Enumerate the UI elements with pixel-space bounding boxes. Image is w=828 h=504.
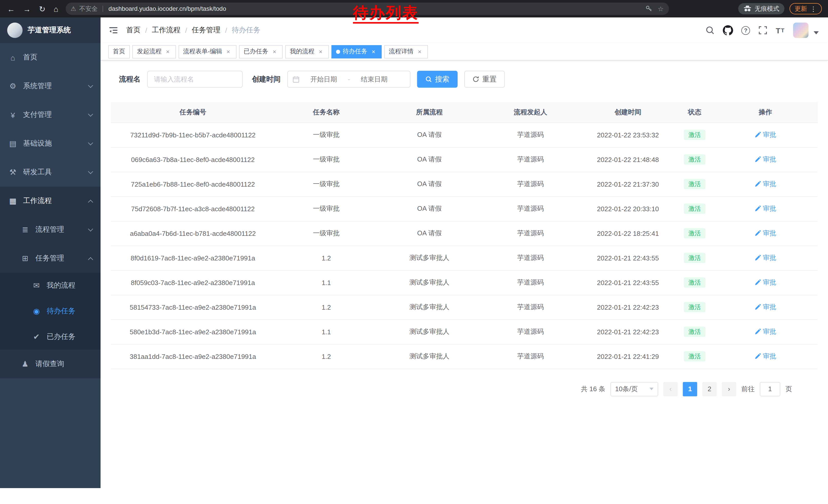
- tab-home[interactable]: 首页: [108, 45, 130, 58]
- sidebar-item-done-tasks[interactable]: ✔ 已办任务: [0, 324, 100, 350]
- page-button-2[interactable]: 2: [702, 382, 717, 396]
- avatar[interactable]: [793, 22, 809, 38]
- tab-my-process[interactable]: 我的流程 ×: [285, 45, 329, 58]
- cell-status: 激活: [676, 172, 713, 196]
- tab-done-tasks[interactable]: 已办任务 ×: [239, 45, 283, 58]
- reset-button[interactable]: 重置: [464, 71, 505, 88]
- breadcrumb-home[interactable]: 首页: [126, 26, 140, 35]
- home-icon[interactable]: ⌂: [54, 5, 58, 12]
- forward-icon[interactable]: →: [23, 5, 31, 12]
- edit-icon: [755, 132, 761, 138]
- not-secure-warning-icon: ⚠: [71, 5, 76, 12]
- cell-process: OA 请假: [378, 196, 481, 221]
- sidebar-item-workflow[interactable]: ▦ 工作流程: [0, 187, 100, 215]
- page-button-1[interactable]: 1: [683, 382, 697, 396]
- page-size-select[interactable]: 10条/页: [611, 382, 658, 396]
- cell-starter: 芋道源码: [481, 147, 580, 172]
- col-created: 创建时间: [580, 102, 676, 123]
- help-icon[interactable]: ?: [741, 26, 750, 35]
- breadcrumb-workflow[interactable]: 工作流程: [152, 26, 180, 35]
- col-action: 操作: [713, 102, 818, 123]
- start-date-input[interactable]: [302, 75, 346, 83]
- tab-close-icon[interactable]: ×: [370, 48, 377, 55]
- fullscreen-icon[interactable]: [758, 26, 768, 35]
- tab-close-icon[interactable]: ×: [317, 48, 324, 55]
- goto-page-input[interactable]: [760, 382, 780, 396]
- cell-action: 审批: [713, 270, 818, 295]
- cell-starter: 芋道源码: [481, 245, 580, 270]
- approve-link[interactable]: 审批: [755, 352, 776, 361]
- github-icon[interactable]: [723, 25, 733, 35]
- tab-form-edit[interactable]: 流程表单-编辑 ×: [178, 45, 237, 58]
- date-range-picker[interactable]: -: [287, 71, 410, 88]
- sidebar-item-infra[interactable]: ▤ 基础设施: [0, 129, 100, 158]
- approve-link[interactable]: 审批: [755, 303, 776, 312]
- bookmark-star-icon[interactable]: ☆: [658, 5, 664, 12]
- sidebar-item-leave-query[interactable]: ♟ 请假查询: [0, 350, 100, 378]
- tab-start-process[interactable]: 发起流程 ×: [132, 45, 176, 58]
- end-date-input[interactable]: [352, 75, 396, 83]
- cell-process: OA 请假: [378, 123, 481, 147]
- sidebar-item-label: 流程管理: [35, 225, 64, 234]
- tab-process-detail[interactable]: 流程详情 ×: [384, 45, 428, 58]
- tab-close-icon[interactable]: ×: [164, 48, 171, 55]
- approve-link[interactable]: 审批: [755, 179, 776, 189]
- sidebar-item-process-mgmt[interactable]: ≣ 流程管理: [0, 215, 100, 244]
- table-row: 8f0d1619-7ac8-11ec-a9e2-a2380e71991a 1.2…: [111, 245, 818, 270]
- sidebar-item-task-mgmt[interactable]: ⊞ 任务管理: [0, 244, 100, 273]
- approve-link[interactable]: 审批: [755, 130, 776, 139]
- breadcrumb-current: 待办任务: [232, 26, 260, 35]
- chevron-down-icon: [88, 83, 93, 88]
- page-size-value: 10条/页: [615, 384, 638, 394]
- breadcrumb-task-mgmt[interactable]: 任务管理: [192, 26, 220, 35]
- tab-close-icon[interactable]: ×: [416, 48, 423, 55]
- next-page-button[interactable]: ›: [722, 382, 736, 396]
- edit-icon: [755, 230, 761, 236]
- process-name-input[interactable]: [148, 75, 242, 83]
- approve-label: 审批: [763, 303, 776, 312]
- approve-link[interactable]: 审批: [755, 278, 776, 287]
- approve-link[interactable]: 审批: [755, 229, 776, 238]
- navbar: 首页 / 工作流程 / 任务管理 / 待办任务 ? TT: [100, 17, 828, 43]
- back-icon[interactable]: ←: [7, 5, 15, 12]
- cell-task-name: 1.2: [275, 344, 378, 369]
- sidebar-item-home[interactable]: ⌂ 首页: [0, 43, 100, 72]
- tab-close-icon[interactable]: ×: [225, 48, 232, 55]
- search-icon[interactable]: [705, 26, 715, 35]
- approve-link[interactable]: 审批: [755, 253, 776, 263]
- sidebar-collapse-icon[interactable]: [100, 25, 126, 35]
- sidebar-item-payment[interactable]: ¥ 支付管理: [0, 100, 100, 129]
- sidebar-item-my-process[interactable]: ✉ 我的流程: [0, 273, 100, 299]
- logo-avatar: [7, 22, 23, 38]
- key-icon[interactable]: [646, 5, 653, 12]
- sidebar-item-label: 工作流程: [23, 196, 52, 205]
- approve-link[interactable]: 审批: [755, 327, 776, 336]
- prev-page-button[interactable]: ‹: [663, 382, 678, 396]
- sidebar-item-devtools[interactable]: ⚒ 研发工具: [0, 158, 100, 187]
- cell-created: 2022-01-22 21:37:30: [580, 172, 676, 196]
- cell-created: 2022-01-21 22:41:29: [580, 344, 676, 369]
- approve-label: 审批: [763, 327, 776, 336]
- approve-link[interactable]: 审批: [755, 155, 776, 164]
- tab-close-icon[interactable]: ×: [271, 48, 278, 55]
- search-button[interactable]: 搜索: [417, 71, 458, 88]
- cell-action: 审批: [713, 172, 818, 196]
- approve-label: 审批: [763, 204, 776, 213]
- cell-starter: 芋道源码: [481, 344, 580, 369]
- cell-task-name: 一级审批: [275, 172, 378, 196]
- app-logo[interactable]: 芋道管理系统: [0, 17, 100, 43]
- col-starter: 流程发起人: [481, 102, 580, 123]
- table-row: 069c6a63-7b8a-11ec-8ef0-acde48001122 一级审…: [111, 147, 818, 172]
- sidebar-item-system[interactable]: ⚙ 系统管理: [0, 72, 100, 100]
- approve-link[interactable]: 审批: [755, 204, 776, 213]
- cell-starter: 芋道源码: [481, 319, 580, 344]
- refresh-icon[interactable]: ↻: [39, 5, 45, 12]
- font-size-icon[interactable]: TT: [776, 26, 785, 35]
- browser-menu-icon[interactable]: ⋮: [810, 5, 817, 12]
- yen-icon: ¥: [8, 110, 17, 119]
- update-button[interactable]: 更新 ⋮: [790, 3, 822, 14]
- tab-todo-tasks[interactable]: 待办任务 ×: [331, 45, 382, 58]
- sidebar-item-todo-tasks[interactable]: ◉ 待办任务: [0, 299, 100, 324]
- avatar-caret-icon[interactable]: [814, 31, 819, 34]
- sidebar: 芋道管理系统 ⌂ 首页 ⚙ 系统管理 ¥ 支付管理 ▤ 基础设施 ⚒ 研发工具 …: [0, 17, 100, 488]
